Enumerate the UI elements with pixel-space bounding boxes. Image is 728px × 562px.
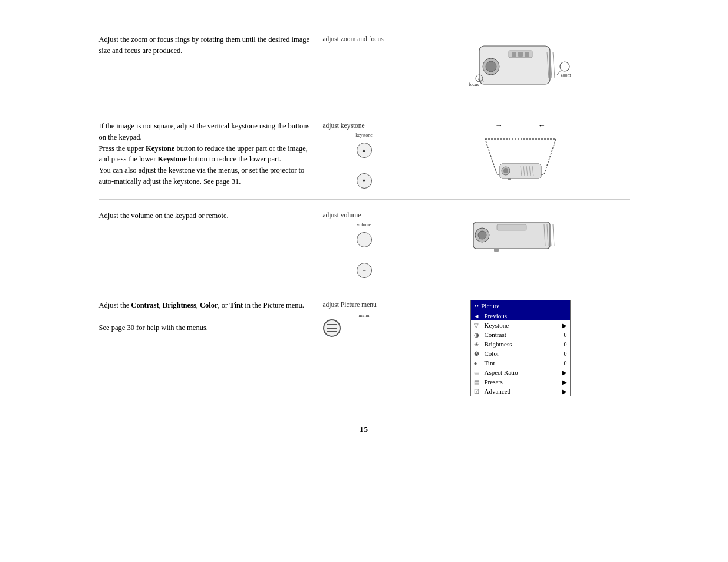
menu-row-keystone[interactable]: ▽ Keystone ▶ <box>471 320 570 330</box>
menu-row-aspect-ratio[interactable]: ▭ Aspect Ratio ▶ <box>471 368 570 377</box>
presets-arrow: ▶ <box>562 379 567 385</box>
color-value: 0 <box>564 351 567 357</box>
keystone-upper-btn[interactable]: ▲ <box>357 143 372 158</box>
svg-point-19 <box>503 168 508 173</box>
brightness-label: Brightness <box>485 340 562 348</box>
menu-icon <box>327 324 337 332</box>
keystone-text: If the image is not square, adjust the v… <box>99 121 317 187</box>
keystone-menu-label: Keystone <box>485 322 561 329</box>
volume-up-btn[interactable]: + <box>357 232 372 247</box>
aspect-ratio-icon: ▭ <box>474 369 482 376</box>
svg-rect-34 <box>494 249 499 252</box>
color-label: Color <box>485 350 562 357</box>
color-icon: ❸ <box>474 351 482 357</box>
page-content: Adjust the zoom or focus rings by rotati… <box>99 0 630 458</box>
keystone-buttons: keystone ▲ ▼ <box>323 133 406 189</box>
keystone-shape-container: → ← <box>467 121 574 180</box>
svg-rect-29 <box>497 224 526 230</box>
tint-icon: ● <box>474 360 482 366</box>
keystone-arrows: → ← <box>495 121 546 130</box>
menu-button-container: menu <box>323 313 406 337</box>
section-volume: Adjust the volume on the keypad or remot… <box>99 200 630 289</box>
keystone-connector <box>364 161 365 170</box>
volume-btn-label: volume <box>357 222 371 227</box>
menu-row-contrast[interactable]: ◑ Contrast 0 <box>471 330 570 339</box>
advanced-arrow: ▶ <box>562 388 567 395</box>
brightness-icon: ✳ <box>474 341 482 348</box>
svg-rect-25 <box>508 178 511 180</box>
svg-rect-5 <box>518 52 523 57</box>
tint-label: Tint <box>485 359 562 366</box>
aspect-ratio-label: Aspect Ratio <box>485 369 561 376</box>
svg-text:focus: focus <box>469 82 479 87</box>
picture-menu-text: Adjust the Contrast, Brightness, Color, … <box>99 300 317 333</box>
volume-text: Adjust the volume on the keypad or remot… <box>99 210 317 222</box>
contrast-icon: ◑ <box>474 332 482 338</box>
previous-icon: ◄ <box>474 313 482 319</box>
keystone-btn-label: keystone <box>355 133 372 138</box>
aspect-ratio-arrow: ▶ <box>562 369 567 376</box>
picture-menu-diagram: •• Picture ◄ Previous ▽ Keystone ▶ ◑ Co <box>411 300 630 396</box>
section-keystone: If the image is not square, adjust the v… <box>99 110 630 200</box>
menu-row-advanced[interactable]: ☑ Advanced ▶ <box>471 386 570 396</box>
tint-value: 0 <box>564 360 567 366</box>
volume-diagram <box>411 210 630 257</box>
volume-buttons: volume + − <box>323 222 406 278</box>
svg-point-28 <box>478 231 486 239</box>
menu-row-previous[interactable]: ◄ Previous <box>471 311 570 320</box>
keystone-label: adjust keystone keystone ▲ ▼ <box>323 121 406 189</box>
menu-row-color[interactable]: ❸ Color 0 <box>471 349 570 358</box>
section-zoom-focus: Adjust the zoom or focus rings by rotati… <box>99 24 630 110</box>
projector-top-svg: zoom focus <box>462 34 579 99</box>
volume-label: adjust volume volume + − <box>323 210 406 278</box>
section-picture-menu: Adjust the Contrast, Brightness, Color, … <box>99 289 630 407</box>
picture-menu-label: adjust Picture menu menu <box>323 300 406 337</box>
menu-row-brightness[interactable]: ✳ Brightness 0 <box>471 339 570 349</box>
previous-label: Previous <box>485 312 567 319</box>
menu-row-presets[interactable]: ▤ Presets ▶ <box>471 377 570 386</box>
menu-header-dots: •• <box>475 302 479 309</box>
keystone-arrow: ▶ <box>562 322 567 329</box>
volume-projector-svg <box>462 210 579 257</box>
svg-rect-4 <box>512 52 516 57</box>
menu-header: •• Picture <box>471 300 570 311</box>
zoom-focus-diagram: zoom focus <box>411 34 630 99</box>
menu-header-title: Picture <box>481 302 499 309</box>
picture-menu-widget: •• Picture ◄ Previous ▽ Keystone ▶ ◑ Co <box>470 300 571 396</box>
keystone-menu-icon: ▽ <box>474 322 482 329</box>
svg-point-2 <box>486 61 496 72</box>
volume-down-btn[interactable]: − <box>357 263 372 278</box>
keystone-lower-btn[interactable]: ▼ <box>357 173 372 189</box>
keystone-diagram: → ← <box>411 121 630 180</box>
presets-label: Presets <box>485 378 561 385</box>
advanced-icon: ☑ <box>474 388 482 395</box>
advanced-label: Advanced <box>485 388 561 395</box>
svg-text:zoom: zoom <box>561 72 572 78</box>
keystone-projector-svg <box>467 133 574 180</box>
menu-row-tint[interactable]: ● Tint 0 <box>471 358 570 368</box>
presets-icon: ▤ <box>474 379 482 385</box>
menu-btn-label: menu <box>323 313 406 318</box>
contrast-value: 0 <box>564 332 567 338</box>
brightness-value: 0 <box>564 341 567 348</box>
zoom-focus-text: Adjust the zoom or focus rings by rotati… <box>99 34 317 57</box>
menu-btn[interactable] <box>323 319 341 337</box>
svg-line-9 <box>553 52 555 78</box>
svg-line-33 <box>553 224 554 246</box>
volume-connector <box>364 251 365 259</box>
page-number: 15 <box>99 425 630 434</box>
contrast-label: Contrast <box>485 331 562 338</box>
zoom-focus-label: adjust zoom and focus <box>323 34 406 42</box>
svg-rect-6 <box>525 52 529 57</box>
